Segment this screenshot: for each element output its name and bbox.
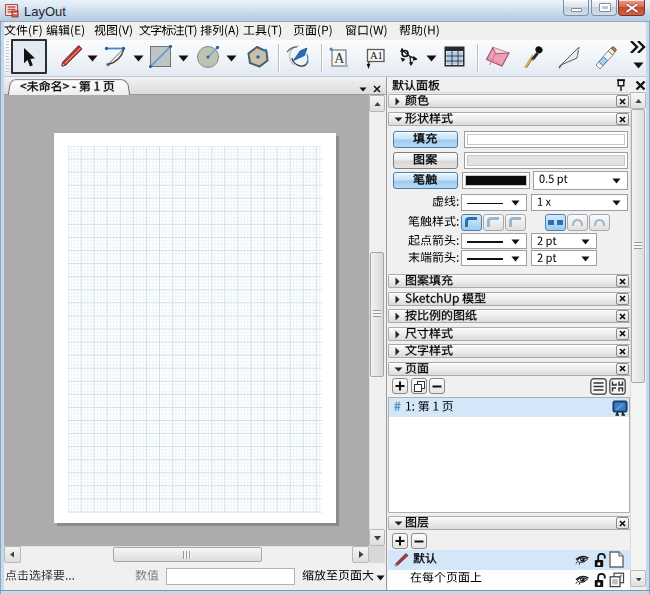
- svg-text:A1: A1: [370, 50, 383, 61]
- svg-text:A: A: [334, 51, 345, 66]
